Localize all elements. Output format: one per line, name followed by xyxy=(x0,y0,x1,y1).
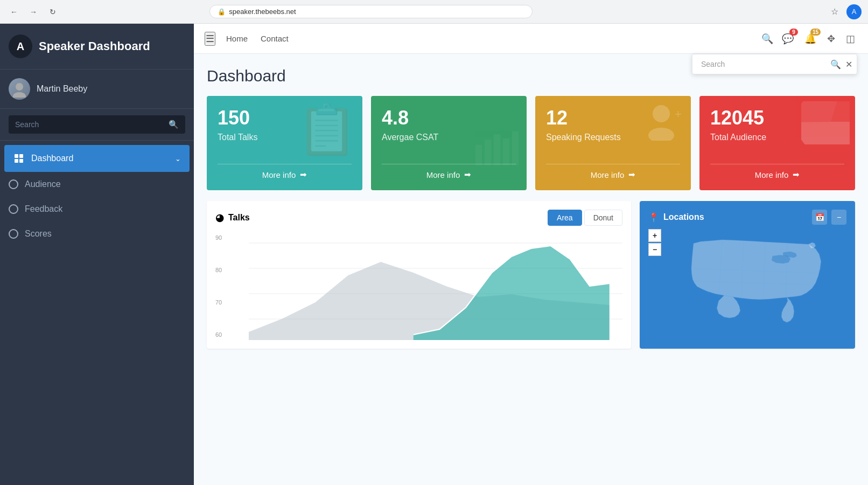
content-area: Dashboard Home / Dashboard 📋 150 Total T… xyxy=(194,54,868,485)
stat-bg-person-icon: + xyxy=(642,101,685,169)
stat-bg-chart-icon xyxy=(473,129,521,169)
radio-icon-feedback xyxy=(9,204,18,214)
sidebar-item-label-scores: Scores xyxy=(25,229,185,239)
sidebar-search-input[interactable] xyxy=(9,116,162,133)
svg-rect-6 xyxy=(475,145,482,165)
notifications-badge-wrap: 🔔 15 xyxy=(802,31,818,47)
nav-home[interactable]: Home xyxy=(226,32,248,45)
avatar xyxy=(9,78,30,100)
grid-button[interactable]: ◫ xyxy=(844,31,857,47)
stat-card-total-audience: 12045 Total Audience More info ➡ xyxy=(699,96,855,190)
messages-badge-wrap: 💬 9 xyxy=(780,31,796,47)
calendar-button[interactable]: 📅 xyxy=(812,210,827,225)
arrow-circle-icon: ➡ xyxy=(628,170,635,179)
svg-rect-10 xyxy=(512,131,519,165)
nav-contact[interactable]: Contact xyxy=(261,32,289,45)
map-zoom-controls: + − xyxy=(648,229,661,256)
sidebar-search-button[interactable]: 🔍 xyxy=(162,115,185,134)
map-container: + − xyxy=(648,229,846,337)
sidebar-header: A Speaker Dashboard xyxy=(0,24,194,70)
sidebar-user: Martin Beeby xyxy=(0,70,194,109)
sidebar-item-dashboard[interactable]: Dashboard ⌄ xyxy=(4,145,190,172)
search-close-button[interactable]: ✕ xyxy=(845,59,852,70)
notifications-badge: 15 xyxy=(810,29,821,36)
talks-chart-header: ◕ Talks Area Donut xyxy=(215,210,622,226)
sidebar-item-label-audience: Audience xyxy=(25,179,185,189)
expand-button[interactable]: ✥ xyxy=(825,31,837,47)
zoom-out-button[interactable]: − xyxy=(648,243,661,256)
svg-rect-7 xyxy=(485,140,491,165)
svg-point-11 xyxy=(653,105,670,122)
search-button[interactable]: 🔍 xyxy=(761,33,773,45)
chart-btn-group: Area Donut xyxy=(548,210,622,226)
search-submit-button[interactable]: 🔍 xyxy=(830,59,841,70)
svg-rect-9 xyxy=(503,138,509,165)
url-bar[interactable]: 🔒 speaker.thebeebs.net xyxy=(209,5,533,18)
arrow-circle-icon: ➡ xyxy=(464,170,471,179)
svg-rect-8 xyxy=(494,134,500,165)
lock-icon: 🔒 xyxy=(218,8,226,16)
locations-actions: 📅 − xyxy=(812,210,846,225)
sidebar: A Speaker Dashboard Martin Beeby 🔍 xyxy=(0,24,194,485)
y-label-60: 60 xyxy=(215,331,222,338)
hamburger-button[interactable]: ☰ xyxy=(205,32,215,46)
talks-chart-body: 90 80 70 60 xyxy=(215,232,622,340)
sidebar-item-label-dashboard: Dashboard xyxy=(31,154,169,163)
sidebar-logo: A xyxy=(9,34,32,58)
page-title: Dashboard xyxy=(207,67,286,85)
arrow-circle-icon: ➡ xyxy=(793,170,800,179)
svg-rect-2 xyxy=(15,154,18,158)
arrow-circle-icon: ➡ xyxy=(300,170,307,179)
svg-rect-4 xyxy=(15,159,18,163)
svg-point-12 xyxy=(648,128,674,141)
radio-icon-audience xyxy=(9,179,18,189)
forward-button[interactable]: → xyxy=(26,4,41,19)
svg-point-1 xyxy=(13,92,26,98)
stat-bg-pie-icon xyxy=(801,101,850,169)
sidebar-item-label-feedback: Feedback xyxy=(25,204,185,214)
y-label-70: 70 xyxy=(215,299,222,306)
url-text: speaker.thebeebs.net xyxy=(229,8,296,16)
star-button[interactable]: ☆ xyxy=(827,4,842,19)
stats-row: 📋 150 Total Talks More info ➡ xyxy=(207,96,855,190)
stat-number-avg-csat: 4.8 xyxy=(382,107,516,129)
donut-chart-button[interactable]: Donut xyxy=(584,210,622,226)
back-button[interactable]: ← xyxy=(6,4,22,19)
locations-header: 📍 Locations 📅 − xyxy=(648,210,846,225)
sidebar-item-feedback[interactable]: Feedback xyxy=(0,197,194,221)
top-bar-actions: 🔍 💬 9 🔔 15 ✥ ◫ xyxy=(761,31,857,47)
talks-chart-card: ◕ Talks Area Donut 90 80 70 xyxy=(207,201,631,349)
stat-bg-icon: 📋 xyxy=(297,101,357,169)
radio-icon-scores xyxy=(9,229,18,239)
svg-rect-3 xyxy=(19,154,23,158)
chevron-down-icon: ⌄ xyxy=(175,155,181,163)
minimize-button[interactable]: − xyxy=(831,210,846,225)
locations-title: 📍 Locations xyxy=(648,212,704,223)
svg-text:+: + xyxy=(675,107,682,121)
talks-chart-title: ◕ Talks xyxy=(215,212,250,224)
dashboard-icon xyxy=(13,153,25,164)
stat-card-total-talks: 📋 150 Total Talks More info ➡ xyxy=(207,96,362,190)
usa-map-svg xyxy=(648,229,846,337)
sidebar-item-scores[interactable]: Scores xyxy=(0,221,194,246)
y-axis-labels: 90 80 70 60 xyxy=(215,232,222,340)
area-chart-button[interactable]: Area xyxy=(548,210,582,226)
browser-chrome: ← → ↻ 🔒 speaker.thebeebs.net ☆ A xyxy=(0,0,868,24)
app-container: A Speaker Dashboard Martin Beeby 🔍 xyxy=(0,24,868,485)
main-content: ☰ Home Contact 🔍 💬 9 🔔 15 ✥ ◫ xyxy=(194,24,868,485)
stat-card-avg-csat: 4.8 Avergae CSAT More info ➡ xyxy=(371,96,527,190)
top-bar-nav: Home Contact xyxy=(226,32,289,45)
stat-card-speaking-requests: + 12 Speaking Requests More info ➡ xyxy=(535,96,691,190)
refresh-button[interactable]: ↻ xyxy=(45,4,60,19)
y-label-80: 80 xyxy=(215,267,222,273)
area-chart-svg xyxy=(215,232,622,340)
search-input[interactable] xyxy=(697,57,826,72)
messages-badge: 9 xyxy=(789,29,798,36)
sidebar-item-audience[interactable]: Audience xyxy=(0,172,194,197)
zoom-in-button[interactable]: + xyxy=(648,229,661,242)
sidebar-nav: Dashboard ⌄ Audience Feedback Scores xyxy=(0,141,194,485)
pie-chart-icon: ◕ xyxy=(215,212,224,224)
browser-profile[interactable]: A xyxy=(846,4,862,19)
search-bar: 🔍 ✕ xyxy=(692,54,857,74)
locations-chart-card: 📍 Locations 📅 − + − xyxy=(640,201,855,349)
